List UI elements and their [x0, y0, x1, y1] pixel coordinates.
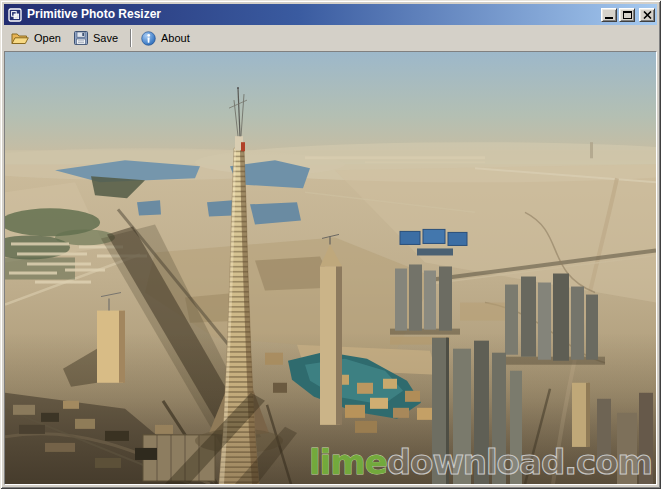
watermark: limedownload.com — [309, 442, 652, 482]
svg-text:limedownload.com: limedownload.com — [309, 442, 652, 482]
app-icon[interactable] — [7, 7, 23, 23]
open-button-label: Open — [34, 32, 61, 44]
watermark-lime: lime — [309, 442, 387, 482]
maximize-button[interactable] — [619, 8, 635, 22]
close-button[interactable] — [639, 8, 655, 22]
about-button[interactable]: About — [136, 28, 198, 49]
save-button[interactable]: Save — [69, 28, 126, 48]
cascade-windows-icon — [8, 8, 22, 22]
open-button[interactable]: Open — [6, 28, 69, 48]
info-circle-icon — [141, 31, 156, 46]
window-controls — [601, 8, 655, 22]
photo-frame: limedownload.com — [4, 51, 657, 485]
maximize-icon — [623, 11, 632, 19]
save-button-label: Save — [93, 32, 118, 44]
minimize-button[interactable] — [601, 8, 617, 22]
photo-canvas: limedownload.com — [5, 52, 656, 484]
about-button-label: About — [161, 32, 190, 44]
title-bar: Primitive Photo Resizer — [4, 4, 657, 25]
minimize-icon — [605, 17, 613, 19]
watermark-rest: download.com — [387, 442, 652, 482]
toolbar-separator — [130, 29, 132, 47]
toolbar: Open Save — [4, 26, 657, 50]
close-icon — [643, 11, 652, 19]
app-window: Primitive Photo Resizer Open — [0, 0, 661, 489]
window-title: Primitive Photo Resizer — [27, 4, 601, 25]
floppy-disk-icon — [74, 31, 88, 45]
folder-open-icon — [11, 31, 29, 45]
